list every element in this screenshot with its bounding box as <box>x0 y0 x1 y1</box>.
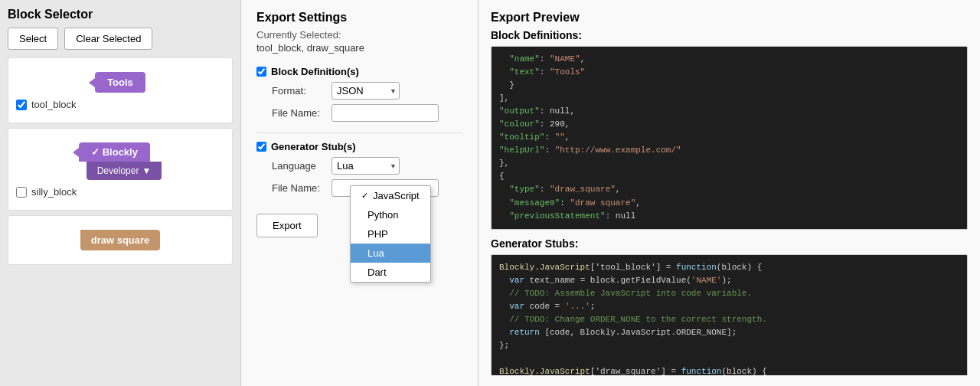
block-selector-title: Block Selector <box>8 8 233 21</box>
file-name-input-1[interactable] <box>332 104 439 122</box>
language-label: Language <box>272 160 325 172</box>
file-name-label-1: File Name: <box>272 107 325 119</box>
tool-block-checkbox[interactable] <box>16 100 27 110</box>
export-button[interactable]: Export <box>256 214 318 237</box>
blockly-group: ✓ Blockly Developer ▼ <box>79 142 162 180</box>
format-label: Format: <box>272 85 325 96</box>
selected-blocks-text: tool_block, draw_square <box>256 42 462 54</box>
export-settings-title: Export Settings <box>256 11 462 25</box>
dd-item-lua[interactable]: Lua <box>351 244 430 263</box>
block-visual-blockly: ✓ Blockly Developer ▼ <box>16 136 224 186</box>
generator-stubs-checkbox[interactable] <box>256 142 266 152</box>
silly-block-header: silly_block <box>16 186 77 198</box>
list-item: draw square <box>8 215 233 265</box>
clear-selected-button[interactable]: Clear Selected <box>64 28 152 50</box>
button-row: Select Clear Selected <box>8 28 233 50</box>
file-name-label-2: File Name: <box>272 182 325 194</box>
currently-selected-label: Currently Selected: <box>256 29 462 41</box>
block-visual-tools: Tools <box>16 66 224 99</box>
format-select[interactable]: JSON JavaScript <box>332 82 400 100</box>
list-item: Tools tool_block <box>8 57 233 123</box>
language-select[interactable]: JavaScript Python PHP Lua Dart <box>332 157 400 175</box>
dd-item-python[interactable]: Python <box>351 205 430 224</box>
language-dropdown-popup: JavaScript Python PHP Lua Dart <box>350 185 431 283</box>
silly-block-checkbox[interactable] <box>16 187 27 198</box>
dd-item-javascript[interactable]: JavaScript <box>351 186 430 205</box>
list-item: ✓ Blockly Developer ▼ silly_block <box>8 128 233 211</box>
select-button[interactable]: Select <box>8 28 58 50</box>
block-definitions-preview-title: Block Definitions: <box>491 29 968 41</box>
tools-block-shape: Tools <box>95 72 145 93</box>
tool-block-header: tool_block <box>16 99 77 110</box>
draw-square-shape: draw square <box>80 230 161 250</box>
dd-item-dart[interactable]: Dart <box>351 263 430 282</box>
language-row: Language JavaScript Python PHP Lua Dart <box>256 157 462 175</box>
silly-block-label: silly_block <box>31 186 77 198</box>
export-preview-title: Export Preview <box>491 11 968 25</box>
export-settings-panel: Export Settings Currently Selected: tool… <box>241 0 479 386</box>
tool-block-label: tool_block <box>31 99 77 110</box>
blockly-bottom-shape: Developer ▼ <box>87 162 162 180</box>
block-definitions-label: Block Definition(s) <box>256 66 462 77</box>
format-select-wrapper: JSON JavaScript <box>332 82 400 100</box>
block-visual-draw-square: draw square <box>16 224 224 257</box>
export-preview-panel: Export Preview Block Definitions: "name"… <box>479 0 980 386</box>
check-icon: ✓ <box>91 146 100 158</box>
generator-stubs-label: Generator Stub(s) <box>256 141 462 152</box>
language-select-wrapper: JavaScript Python PHP Lua Dart <box>332 157 400 175</box>
generator-stubs-code: Blockly.JavaScript['tool_block'] = funct… <box>491 254 968 375</box>
dd-item-php[interactable]: PHP <box>351 224 430 244</box>
block-definitions-checkbox[interactable] <box>256 67 266 77</box>
block-selector-panel: Block Selector Select Clear Selected Too… <box>0 0 241 386</box>
block-definitions-section: Block Definition(s) Format: JSON JavaScr… <box>256 66 462 122</box>
blockly-top-shape: ✓ Blockly <box>79 142 150 162</box>
format-row: Format: JSON JavaScript <box>256 82 462 100</box>
preview-sections: Block Definitions: "name": "NAME", "text… <box>491 29 968 375</box>
generator-stubs-preview-title: Generator Stubs: <box>491 237 968 250</box>
block-definitions-code: "name": "NAME", "text": "Tools" } ], "ou… <box>491 46 968 230</box>
block-list: Tools tool_block ✓ Blockly Developer ▼ <box>8 57 233 378</box>
file-name-row-1: File Name: <box>256 104 462 122</box>
